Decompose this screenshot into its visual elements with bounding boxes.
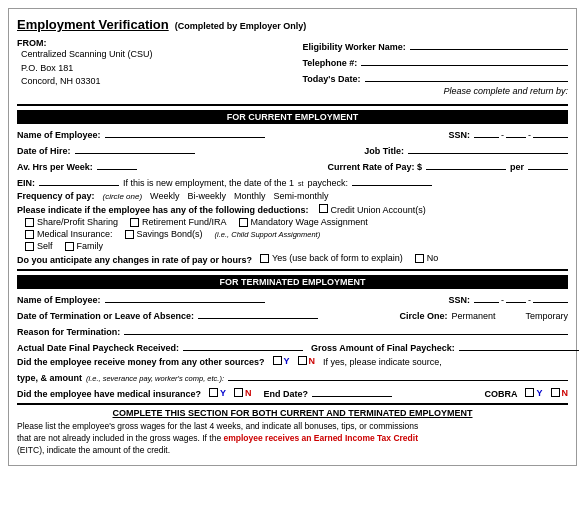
checkbox-row2: Medical Insurance: Savings Bond(s) (i.e.… (25, 229, 568, 239)
hire-jobtitle-row: Date of Hire: Job Title: (17, 143, 568, 156)
job-title-field[interactable] (408, 143, 568, 154)
checkbox-row3: Self Family (25, 241, 568, 251)
title-row: Employment Verification (Completed by Em… (17, 17, 568, 32)
term-ssn-part1[interactable] (474, 292, 499, 303)
ssn-part2[interactable] (506, 127, 526, 138)
mandatory-check[interactable] (239, 218, 248, 227)
ssn-part1[interactable] (474, 127, 499, 138)
ssn-part3[interactable] (533, 127, 568, 138)
paycheck-label: paycheck: (308, 178, 349, 188)
job-title-label: Job Title: (364, 146, 404, 156)
anticipate-label: Do you anticipate any changes in rate of… (17, 255, 252, 265)
mandatory-label: Mandatory Wage Assignment (251, 217, 368, 227)
todays-date-field[interactable] (365, 70, 569, 82)
term-ssn-part2[interactable] (506, 292, 526, 303)
per-field[interactable] (528, 159, 568, 170)
credit-union-label: Credit Union Account(s) (331, 205, 426, 215)
self-item: Self (25, 241, 53, 251)
telephone-field[interactable] (361, 54, 568, 66)
medical-ins-label: Did the employee have medical insurance? (17, 389, 201, 399)
ins-y-check[interactable] (209, 388, 218, 397)
no-label: No (427, 253, 439, 263)
av-hrs-label: Av. Hrs per Week: (17, 162, 93, 172)
header-section: FROM: Centralized Scanning Unit (CSU) P.… (17, 38, 568, 100)
ssn-fields: - - (474, 127, 568, 140)
medical-check[interactable] (25, 230, 34, 239)
bottom-text2: that are not already included in the gro… (17, 433, 221, 443)
bottom-title: COMPLETE THIS SECTION FOR BOTH CURRENT A… (17, 408, 568, 418)
cobra-n-box: N (551, 388, 569, 398)
bottom-text1: Please list the employee's gross wages f… (17, 421, 568, 433)
name-ssn-row: Name of Employee: SSN: - - (17, 127, 568, 140)
term-date-label: Date of Termination or Leave of Absence: (17, 311, 194, 321)
term-ssn-label: SSN: (448, 295, 470, 305)
cobra-n-check[interactable] (551, 388, 560, 397)
reason-field[interactable] (124, 324, 568, 335)
ein-label: EIN: (17, 178, 35, 188)
other-y-check[interactable] (273, 356, 282, 365)
date-hire-field[interactable] (75, 143, 195, 154)
family-item: Family (65, 241, 104, 251)
term-ssn-fields: - - (474, 292, 568, 305)
gross-amount-field[interactable] (459, 340, 579, 351)
family-check[interactable] (65, 242, 74, 251)
superscript-label: st (298, 180, 303, 187)
checkbox-row1: Share/Profit Sharing Retirement Fund/IRA… (25, 217, 568, 227)
end-date-field[interactable] (312, 386, 392, 397)
credit-union-check[interactable] (319, 204, 328, 213)
share-profit-check[interactable] (25, 218, 34, 227)
ssn-label: SSN: (448, 130, 470, 140)
paycheck-field[interactable] (352, 175, 432, 186)
term-date-field[interactable] (198, 308, 318, 319)
bottom-text3: (EITC), indicate the amount of the credi… (17, 445, 568, 457)
page: Employment Verification (Completed by Em… (8, 8, 577, 466)
todays-date-label: Today's Date: (303, 74, 361, 84)
cobra-y-label: Y (536, 388, 542, 398)
circle-one-label: Circle One: (399, 311, 447, 321)
other-sources-row: Did the employee receive money from any … (17, 356, 568, 368)
name-field[interactable] (105, 127, 265, 138)
deductions-label-row: Please indicate if the employee has any … (17, 204, 568, 215)
cobra-y-box: Y (525, 388, 542, 398)
av-hrs-field[interactable] (97, 159, 137, 170)
retirement-label: Retirement Fund/IRA (142, 217, 227, 227)
other-y-label: Y (284, 356, 290, 366)
yes-label: Yes (use back of form to explain) (272, 253, 403, 263)
eligibility-field[interactable] (410, 38, 568, 50)
no-item: No (415, 253, 439, 263)
savings-check[interactable] (125, 230, 134, 239)
actual-date-row: Actual Date Final Paycheck Received: Gro… (17, 340, 568, 353)
ein-field[interactable] (39, 175, 119, 186)
frequency-row: Frequency of pay: (circle one) Weekly Bi… (17, 191, 568, 201)
term-name-field[interactable] (105, 292, 265, 303)
other-sources-label: Did the employee receive money from any … (17, 357, 265, 367)
child-support-note: (i.e., Child Support Assignment) (215, 230, 321, 239)
ins-n-label: N (245, 388, 252, 398)
term-ssn-part3[interactable] (533, 292, 568, 303)
current-employment-header: FOR CURRENT EMPLOYMENT (17, 110, 568, 124)
self-label: Self (37, 241, 53, 251)
address: Centralized Scanning Unit (CSU) P.O. Box… (21, 48, 283, 89)
address-line3: Concord, NH 03301 (21, 75, 283, 89)
current-rate-field[interactable] (426, 159, 506, 170)
type-amount-field[interactable] (228, 370, 568, 381)
date-row: Today's Date: (303, 70, 569, 84)
temporary-label: Temporary (525, 311, 568, 321)
retirement-check[interactable] (130, 218, 139, 227)
cobra-y-check[interactable] (525, 388, 534, 397)
current-rate-label: Current Rate of Pay: $ (327, 162, 422, 172)
no-check[interactable] (415, 254, 424, 263)
ins-n-check[interactable] (234, 388, 243, 397)
new-emp-label: If this is new employment, the date of t… (123, 178, 294, 188)
other-n-check[interactable] (298, 356, 307, 365)
gross-amount-label: Gross Amount of Final Paycheck: (311, 343, 455, 353)
cobra-label: COBRA (484, 389, 517, 399)
anticipate-row: Do you anticipate any changes in rate of… (17, 253, 568, 265)
yes-check[interactable] (260, 254, 269, 263)
mandatory-item: Mandatory Wage Assignment (239, 217, 368, 227)
medical-ins-row: Did the employee have medical insurance?… (17, 386, 568, 399)
actual-date-field[interactable] (183, 340, 303, 351)
self-check[interactable] (25, 242, 34, 251)
date-hire-label: Date of Hire: (17, 146, 71, 156)
type-amount-label: type, & amount (17, 373, 82, 383)
